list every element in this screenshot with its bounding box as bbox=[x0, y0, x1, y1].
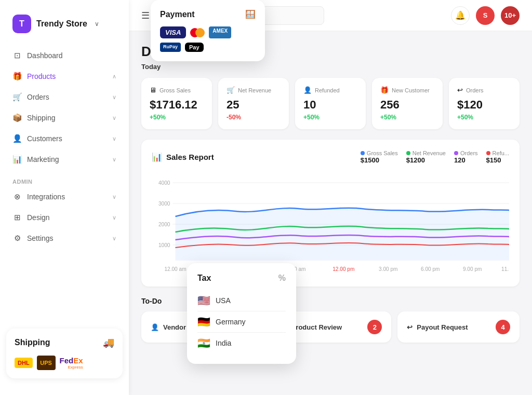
svg-text:4000: 4000 bbox=[158, 180, 170, 186]
tax-item-germany[interactable]: 🇩🇪 Germany bbox=[197, 311, 286, 333]
sidebar-label-design: Design bbox=[27, 213, 50, 222]
gross-sales-icon: 🖥 bbox=[150, 86, 156, 94]
admin-section-label: Admin bbox=[6, 170, 123, 187]
svg-text:6.00 pm: 6.00 pm bbox=[421, 266, 440, 272]
sidebar-item-customers[interactable]: 👤 Customers ∨ bbox=[6, 129, 123, 148]
payout-label: Payout Request bbox=[417, 323, 468, 331]
legend-name-net: Net Revenue bbox=[413, 150, 446, 156]
vendor-icon: 👤 bbox=[151, 323, 159, 331]
logo-avatar: T bbox=[12, 15, 31, 33]
todo-card-payout[interactable]: ↩ Payout Request 4 bbox=[397, 311, 520, 343]
store-name: Trendy Store bbox=[36, 19, 87, 29]
stat-card-net-revenue: 🛒 Net Revenue 25 -50% bbox=[218, 78, 289, 129]
payment-popup: Payment 🪟 VISA AMEX RuPay Pay bbox=[151, 0, 265, 61]
legend-dot-net bbox=[406, 151, 410, 155]
integrations-icon: ⊗ bbox=[12, 192, 22, 201]
stat-card-refunded: 👤 Refunded 10 +50% bbox=[295, 78, 366, 129]
svg-text:2000: 2000 bbox=[158, 222, 170, 227]
sidebar-item-marketing[interactable]: 📊 Marketing ∨ bbox=[6, 149, 123, 169]
hamburger-icon[interactable]: ☰ bbox=[141, 10, 150, 21]
sidebar-item-design[interactable]: ⊞ Design ∨ bbox=[6, 208, 123, 227]
sidebar-item-products[interactable]: 🎁 Products ∧ bbox=[6, 66, 123, 86]
orders-chevron: ∨ bbox=[112, 94, 116, 101]
legend-refunded: Refu... $150 bbox=[486, 150, 509, 164]
net-revenue-icon: 🛒 bbox=[227, 86, 235, 94]
orders-stat-value: $120 bbox=[457, 98, 511, 112]
sidebar-item-settings[interactable]: ⚙ Settings ∨ bbox=[6, 228, 123, 248]
tax-item-india[interactable]: 🇮🇳 India bbox=[197, 333, 286, 353]
gross-sales-change: +50% bbox=[150, 114, 204, 121]
products-icon: 🎁 bbox=[12, 72, 22, 81]
sidebar-item-dashboard[interactable]: ⊡ Dashboard bbox=[6, 46, 123, 65]
legend-name-gross: Gross Sales bbox=[367, 150, 398, 156]
gross-sales-value: $1716.12 bbox=[150, 98, 204, 112]
amex-card: AMEX bbox=[209, 26, 231, 38]
india-label: India bbox=[216, 339, 231, 347]
sidebar-label-dashboard: Dashboard bbox=[27, 51, 63, 60]
sidebar-item-orders[interactable]: 🛒 Orders ∨ bbox=[6, 87, 123, 107]
svg-text:1000: 1000 bbox=[158, 242, 170, 248]
chart-area: 4000 3000 2000 1000 bbox=[152, 172, 509, 276]
net-revenue-value: 25 bbox=[227, 98, 281, 112]
tax-popup-title: Tax bbox=[197, 274, 211, 283]
customers-chevron: ∨ bbox=[112, 135, 116, 142]
shipping-card-icon: 🚚 bbox=[103, 337, 114, 348]
rupay-card: RuPay bbox=[160, 43, 181, 52]
product-review-label: Product Review bbox=[291, 323, 342, 331]
legend-net-revenue: Net Revenue $1200 bbox=[406, 150, 446, 164]
payment-cards: VISA AMEX RuPay Pay bbox=[160, 26, 256, 52]
orders-icon: 🛒 bbox=[12, 92, 22, 102]
payout-icon: ↩ bbox=[407, 323, 413, 331]
customers-icon: 👤 bbox=[12, 134, 22, 143]
sidebar-label-products: Products bbox=[27, 72, 56, 80]
sales-chart-svg: 4000 3000 2000 1000 bbox=[152, 172, 509, 276]
svg-text:3000: 3000 bbox=[158, 201, 170, 207]
marketing-icon: 📊 bbox=[12, 155, 22, 164]
sidebar-label-shipping: Shipping bbox=[27, 114, 56, 122]
svg-text:11.5: 11.5 bbox=[501, 266, 509, 272]
badge-10-button[interactable]: 10+ bbox=[501, 6, 520, 25]
new-customer-change: +50% bbox=[380, 114, 434, 121]
marketing-chevron: ∨ bbox=[112, 156, 116, 163]
legend-val-net: $1200 bbox=[406, 156, 425, 164]
tax-percent-icon: % bbox=[278, 274, 286, 283]
legend-dot-orders bbox=[454, 151, 458, 155]
dashboard-icon: ⊡ bbox=[12, 51, 22, 60]
refunded-value: 10 bbox=[303, 98, 357, 112]
sidebar-label-integrations: Integrations bbox=[27, 193, 65, 201]
orders-stat-icon: ↩ bbox=[457, 86, 463, 94]
legend-dot-ref bbox=[486, 151, 490, 155]
sidebar-nav: ⊡ Dashboard 🎁 Products ∧ 🛒 Orders ∨ bbox=[0, 46, 129, 322]
bell-button[interactable]: 🔔 bbox=[451, 6, 470, 25]
new-customer-label: New Customer bbox=[392, 87, 430, 93]
legend-val-orders: 120 bbox=[454, 156, 466, 164]
stat-card-orders: ↩ Orders $120 +50% bbox=[449, 78, 520, 129]
refunded-label: Refunded bbox=[315, 87, 340, 93]
new-customer-value: 256 bbox=[380, 98, 434, 112]
legend-val-ref: $150 bbox=[486, 156, 501, 164]
stat-card-gross-sales: 🖥 Gross Sales $1716.12 +50% bbox=[141, 78, 212, 129]
sidebar-logo[interactable]: T Trendy Store ∨ bbox=[0, 10, 129, 46]
legend-orders: Orders 120 bbox=[454, 150, 478, 164]
orders-stat-change: +50% bbox=[457, 114, 511, 121]
refunded-icon: 👤 bbox=[303, 86, 312, 94]
usa-label: USA bbox=[216, 296, 231, 305]
legend-name-orders: Orders bbox=[460, 150, 478, 156]
shipping-card: Shipping 🚚 DHL UPS FedEx Express bbox=[6, 329, 123, 378]
legend-name-ref: Refu... bbox=[493, 150, 509, 156]
app-container: T Trendy Store ∨ ⊡ Dashboard 🎁 Products … bbox=[0, 0, 532, 395]
sidebar-item-integrations[interactable]: ⊗ Integrations ∨ bbox=[6, 187, 123, 207]
ups-logo: UPS bbox=[37, 356, 56, 370]
legend-gross-sales: Gross Sales $1500 bbox=[361, 150, 398, 164]
design-chevron: ∨ bbox=[112, 214, 116, 221]
badge-s-button[interactable]: S bbox=[476, 6, 495, 25]
settings-icon: ⚙ bbox=[12, 234, 22, 243]
sidebar-label-marketing: Marketing bbox=[27, 155, 59, 164]
sidebar-item-shipping[interactable]: 📦 Shipping ∨ bbox=[6, 108, 123, 128]
sidebar-label-orders: Orders bbox=[27, 93, 49, 101]
tax-item-usa[interactable]: 🇺🇸 USA bbox=[197, 290, 286, 311]
shipping-card-title: Shipping bbox=[15, 338, 50, 347]
payment-popup-icon: 🪟 bbox=[245, 9, 256, 19]
sidebar-label-settings: Settings bbox=[27, 234, 54, 242]
fedex-logo: FedEx Express bbox=[60, 356, 83, 370]
